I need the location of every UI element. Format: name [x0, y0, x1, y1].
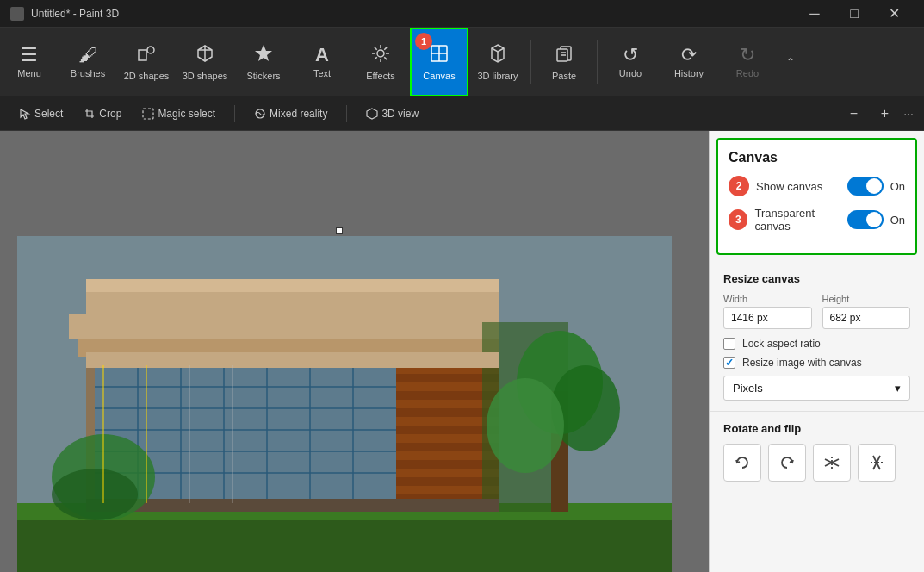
svg-rect-55	[86, 279, 499, 292]
3dview-button[interactable]: 3D view	[357, 104, 427, 123]
3dview-icon	[366, 108, 378, 120]
rotate-left-button[interactable]	[723, 444, 761, 482]
width-input[interactable]	[723, 307, 812, 329]
stickers-icon	[253, 43, 274, 67]
window-controls: ─ □ ✕	[795, 0, 914, 28]
rotate-buttons-group	[723, 444, 910, 482]
rotate-left-icon	[733, 453, 752, 472]
toolbar-item-history[interactable]: ⟳ History	[660, 28, 718, 96]
svg-rect-53	[86, 499, 499, 512]
close-button[interactable]: ✕	[874, 0, 914, 28]
resize-image-row: ✓ Resize image with canvas	[723, 357, 910, 369]
lock-aspect-checkbox[interactable]	[723, 338, 735, 350]
svg-rect-22	[143, 109, 153, 119]
svg-point-1	[147, 47, 154, 53]
flip-horizontal-icon	[822, 453, 841, 472]
zoom-in-button[interactable]: +	[872, 102, 896, 126]
toolbar-item-paste[interactable]: Paste	[535, 28, 593, 96]
title: Untitled* - Paint 3D	[31, 8, 119, 20]
maximize-button[interactable]: □	[834, 0, 874, 28]
lock-aspect-label: Lock aspect ratio	[742, 338, 821, 350]
sec-separator-1	[234, 105, 235, 122]
lock-aspect-ratio-row: Lock aspect ratio	[723, 338, 910, 350]
3dshapes-icon	[195, 43, 215, 67]
zoom-out-button[interactable]: −	[841, 102, 865, 126]
toolbar-item-3dlibrary[interactable]: 3D library	[468, 28, 527, 96]
transparent-canvas-row: 3 Transparent canvas On	[729, 207, 905, 233]
history-icon: ⟳	[681, 46, 697, 65]
height-input[interactable]	[822, 307, 911, 329]
magic-select-icon	[142, 108, 154, 120]
menu-icon: ☰	[21, 46, 38, 65]
toolbar-item-3dshapes[interactable]: 3D shapes	[176, 28, 234, 96]
canvas-panel-title: Canvas	[729, 150, 905, 165]
canvas-area	[0, 131, 709, 572]
toolbar-item-text[interactable]: A Text	[293, 28, 351, 96]
flip-horizontal-button[interactable]	[813, 444, 851, 482]
flip-vertical-icon	[867, 453, 886, 472]
dropdown-chevron-icon: ▾	[895, 382, 901, 395]
flip-vertical-button[interactable]	[858, 444, 896, 482]
toolbar-item-effects[interactable]: Effects	[351, 28, 410, 96]
transparent-canvas-toggle-container: On	[847, 210, 905, 229]
main-content: Canvas 2 Show canvas On 3 Transpa	[0, 131, 924, 572]
paste-icon	[554, 43, 574, 67]
main-toolbar: ☰ Menu 🖌 Brushes 2D shapes 3D shapes	[0, 28, 924, 96]
effects-icon	[370, 43, 391, 67]
titlebar: Untitled* - Paint 3D ─ □ ✕	[0, 0, 924, 28]
text-icon: A	[315, 46, 329, 65]
svg-rect-25	[17, 512, 672, 572]
svg-point-57	[52, 469, 138, 520]
zoom-controls: − + ···	[841, 102, 914, 126]
toolbar-separator-2	[597, 40, 598, 84]
toolbar-item-redo[interactable]: ↻ Redo	[718, 28, 777, 96]
toolbar-item-undo[interactable]: ↺ Undo	[601, 28, 660, 96]
toggle-knob-2	[866, 212, 882, 227]
width-field: Width	[723, 294, 812, 329]
svg-point-5	[377, 50, 384, 57]
transparent-canvas-label-group: 3 Transparent canvas	[729, 207, 847, 233]
2dshapes-icon	[136, 43, 157, 67]
show-canvas-toggle[interactable]	[847, 177, 884, 196]
building-illustration	[17, 236, 672, 572]
right-panel: Canvas 2 Show canvas On 3 Transpa	[709, 131, 924, 572]
svg-line-11	[384, 57, 387, 59]
svg-marker-4	[255, 45, 272, 61]
svg-line-13	[375, 57, 377, 59]
minimize-button[interactable]: ─	[795, 0, 834, 28]
toolbar-separator-1	[530, 40, 531, 84]
resize-image-label: Resize image with canvas	[742, 357, 862, 369]
toolbar-item-menu[interactable]: ☰ Menu	[0, 28, 59, 96]
brushes-icon: 🖌	[78, 46, 97, 65]
show-canvas-toggle-container: On	[847, 177, 905, 196]
select-button[interactable]: Select	[10, 104, 71, 123]
magic-select-button[interactable]: Magic select	[133, 104, 224, 123]
3dlibrary-icon	[487, 43, 508, 67]
svg-line-10	[375, 47, 377, 49]
toolbar-item-stickers[interactable]: Stickers	[234, 28, 293, 96]
canvas-size-row: Width Height	[723, 294, 910, 329]
redo-icon: ↻	[740, 46, 755, 65]
toolbar-item-canvas[interactable]: 1 Canvas	[410, 28, 468, 96]
mixed-reality-button[interactable]: Mixed reality	[245, 104, 336, 123]
toggle-knob	[866, 178, 882, 194]
toolbar-item-2dshapes[interactable]: 2D shapes	[117, 28, 176, 96]
toolbar-collapse-button[interactable]: ⌃	[777, 28, 804, 96]
crop-button[interactable]: Crop	[75, 104, 130, 123]
undo-icon: ↺	[623, 46, 638, 65]
secondary-toolbar: Select Crop Magic select Mixed reality 3…	[0, 96, 924, 131]
mixed-reality-icon	[254, 108, 266, 120]
rotate-right-button[interactable]	[768, 444, 806, 482]
resize-image-checkbox[interactable]: ✓	[723, 357, 735, 369]
more-options-button[interactable]: ···	[903, 107, 914, 121]
units-label: Pixels	[733, 382, 763, 395]
canvas-icon	[429, 43, 450, 67]
canvas-options-panel: Canvas 2 Show canvas On 3 Transpa	[716, 138, 917, 255]
rotate-flip-title: Rotate and flip	[723, 422, 910, 435]
rotate-flip-section: Rotate and flip	[710, 412, 924, 492]
toolbar-item-brushes[interactable]: 🖌 Brushes	[59, 28, 117, 96]
transparent-canvas-toggle[interactable]	[847, 210, 884, 229]
canvas-handle[interactable]	[336, 227, 343, 234]
units-dropdown[interactable]: Pixels ▾	[723, 376, 910, 401]
select-icon	[19, 108, 31, 120]
